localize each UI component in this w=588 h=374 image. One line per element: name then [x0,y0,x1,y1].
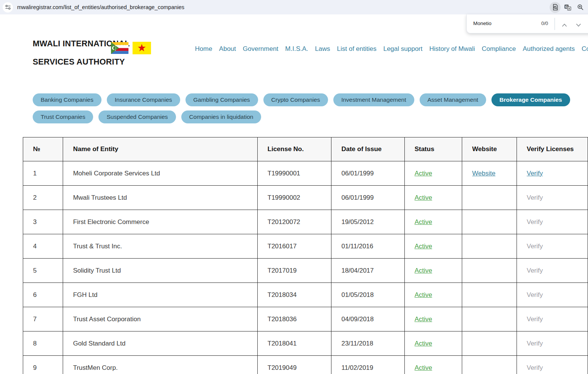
cell-date-of-issue: 06/01/1999 [331,186,404,210]
site-controls-icon[interactable] [3,2,13,13]
nav-item-contacts[interactable]: Contacts [582,45,588,53]
find-input[interactable]: Monetio [473,21,491,26]
table-row: 8Gold Standard LtdT201804123/11/2018Acti… [23,331,588,356]
cell-status: Active [404,186,462,210]
table-row: 6FGH LtdT201803401/05/2018ActiveVerify [23,283,588,307]
cell-number: 9 [23,356,63,374]
table-row: 1Moheli Corporate Services LtdT199900010… [23,161,588,186]
cell-date-of-issue: 11/02/2019 [331,356,404,374]
table-row: 5Solidity Trust LtdT201701918/04/2017Act… [23,259,588,283]
verify-label-disabled: Verify [527,316,543,323]
cell-website: Website [462,161,517,186]
filter-pill-banking-companies[interactable]: Banking Companies [33,93,101,106]
cell-date-of-issue: 06/01/1999 [331,161,404,186]
moheli-flag-icon [132,42,151,54]
cell-number: 1 [23,161,63,186]
filter-pill-suspended-companies[interactable]: Suspended Companies [98,110,176,123]
nav-item-history-of-mwali[interactable]: History of Mwali [429,45,475,53]
cell-website [462,234,517,259]
cell-date-of-issue: 01/11/2016 [331,234,404,259]
cell-status: Active [404,210,462,234]
cell-website [462,186,517,210]
url-text[interactable]: mwaliregistrar.com/list_of_entities/auth… [17,4,184,10]
nav-item-government[interactable]: Government [243,45,279,53]
cell-date-of-issue: 04/09/2018 [331,307,404,331]
verify-label-disabled: Verify [527,291,543,298]
column-header-license-no: License No. [257,137,331,161]
nav-item-legal-support[interactable]: Legal support [383,45,422,53]
cell-verify: Verify [517,331,588,356]
status-link[interactable]: Active [415,340,432,347]
status-link[interactable]: Active [415,218,432,226]
verify-label-disabled: Verify [527,194,543,201]
filter-pill-trust-companies[interactable]: Trust Companies [33,110,93,123]
cell-license-no: T2017019 [257,259,331,283]
status-link[interactable]: Active [415,243,432,250]
cell-website [462,331,517,356]
cell-license-no: T2018034 [257,283,331,307]
cell-date-of-issue: 18/04/2017 [331,259,404,283]
filter-pill-gambling-companies[interactable]: Gambling Companies [185,93,258,106]
status-link[interactable]: Active [415,267,432,274]
cell-status: Active [404,283,462,307]
zoom-icon[interactable] [575,2,586,13]
cell-status: Active [404,234,462,259]
filter-pill-investment-management[interactable]: Investment Management [333,93,414,106]
cell-license-no: T2016017 [257,234,331,259]
find-in-page-icon[interactable] [550,2,561,13]
cell-status: Active [404,331,462,356]
status-link[interactable]: Active [415,291,432,298]
column-header-website: Website [462,137,517,161]
filter-pill-asset-management[interactable]: Asset Management [420,93,487,106]
translate-icon[interactable]: G [562,2,573,13]
nav-item-m-i-s-a[interactable]: M.I.S.A. [285,45,308,53]
cell-status: Active [404,356,462,374]
status-link[interactable]: Active [415,316,432,323]
find-match-count: 0/0 [541,21,548,26]
cell-verify: Verify [517,356,588,374]
cell-verify: Verify [517,234,588,259]
table-body: 1Moheli Corporate Services LtdT199900010… [23,161,588,374]
filter-pill-crypto-companies[interactable]: Crypto Companies [263,93,328,106]
cell-date-of-issue: 19/05/2012 [331,210,404,234]
cell-verify: Verify [517,259,588,283]
verify-label-disabled: Verify [527,340,543,347]
verify-link[interactable]: Verify [527,170,543,177]
nav-item-authorized-agents[interactable]: Authorized agents [523,45,575,53]
cell-number: 2 [23,186,63,210]
nav-item-compliance[interactable]: Compliance [482,45,516,53]
cell-entity-name: Gold Standard Ltd [63,331,258,356]
cell-number: 8 [23,331,63,356]
cell-entity-name: Trust & Trust Inc. [63,234,258,259]
nav-item-laws[interactable]: Laws [315,45,330,53]
table-header-row: №Name of EntityLicense No.Date of IssueS… [23,137,588,161]
cell-number: 5 [23,259,63,283]
verify-label-disabled: Verify [527,218,543,226]
find-previous-icon[interactable] [562,22,567,28]
nav-item-home[interactable]: Home [195,45,212,53]
status-link[interactable]: Active [415,170,432,177]
filter-pill-companies-in-liquidation[interactable]: Companies in liquidation [181,110,262,123]
column-header-date-of-issue: Date of Issue [331,137,404,161]
filter-pill-brokerage-companies[interactable]: Brokerage Companies [491,93,570,106]
cell-verify: Verify [517,161,588,186]
find-bar: Monetio 0/0 [466,14,588,33]
cell-entity-name: FGH Ltd [63,283,258,307]
nav-item-list-of-entities[interactable]: List of entities [337,45,377,53]
find-next-icon[interactable] [576,22,581,28]
status-link[interactable]: Active [415,194,432,201]
status-link[interactable]: Active [415,364,432,371]
cell-number: 4 [23,234,63,259]
filter-pill-insurance-companies[interactable]: Insurance Companies [107,93,180,106]
nav-item-about[interactable]: About [219,45,236,53]
column-header-: № [23,137,63,161]
column-header-verify-licenses: Verify Licenses [517,137,588,161]
comoros-flag-icon [111,42,128,54]
cell-entity-name: Trust Asset Corporation [63,307,258,331]
cell-website [462,283,517,307]
cell-entity-name: Moheli Corporate Services Ltd [63,161,258,186]
cell-license-no: T2018036 [257,307,331,331]
entities-table-wrap: №Name of EntityLicense No.Date of IssueS… [23,137,588,374]
website-link[interactable]: Website [472,170,495,177]
cell-entity-name: TrustMen Corp. [63,356,258,374]
